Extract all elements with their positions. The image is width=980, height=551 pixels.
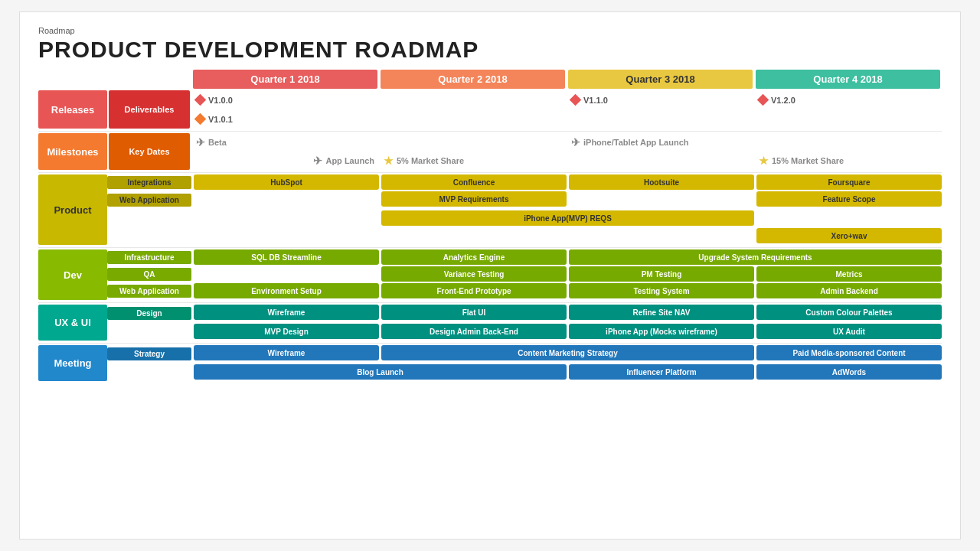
bar-pm-test: PM Testing [569,266,754,282]
divider-3 [38,247,942,248]
dev-label: Dev [38,249,107,300]
product-section: Product Integrations HubSpot Confluence … [38,174,942,245]
milestones-section: Milestones Key Dates ✈ Beta ✈ iPhone/Tab… [38,133,942,170]
design-row2: Design MVP Design Design Admin Back-End … [107,324,942,339]
slide: Roadmap PRODUCT DEVELOPMENT ROADMAP Quar… [19,11,961,540]
milestone-q2-r1 [379,133,567,152]
divider-2 [38,172,942,173]
design-row1: Design Wireframe Flat UI Refine Site NAV… [107,305,942,322]
bar-confluence: Confluence [381,174,567,190]
quarter-2-header: Quarter 2 2018 [381,70,565,89]
plane-icon-3: ✈ [313,155,322,167]
bar-sql: SQL DB Streamline [194,249,379,265]
bar-mvp-design: MVP Design [194,324,379,339]
releases-label: Releases [38,90,107,129]
bar-flat-ui: Flat UI [381,305,567,320]
uxui-section: UX & UI Design Wireframe Flat UI Refine … [38,305,942,341]
product-webapp-row1: Web Application MVP Requirements Feature… [107,191,942,209]
release-v120: V1.2.0 [754,90,942,109]
diamond-v101 [194,113,207,126]
strategy-row1: Strategy Wireframe Content Marketing Str… [107,345,942,363]
bar-testing-sys: Testing System [569,283,754,298]
release-v101: V1.0.1 [191,109,379,129]
keydates-label: Key Dates [109,133,190,170]
bar-blog-launch: Blog Launch [194,364,567,380]
plane-icon-2: ✈ [571,136,580,148]
bar-wireframe-ux: Wireframe [194,305,379,320]
meeting-label: Meeting [38,345,107,381]
bar-frontend: Front-End Prototype [381,283,567,298]
deliverables-label: Deliverables [109,90,190,129]
diamond-v110 [570,94,582,106]
bar-iphone-mocks: iPhone App (Mocks wireframe) [569,324,754,339]
bar-foursquare: Foursquare [756,174,942,190]
release-row2-q3 [567,109,754,129]
infra-label: Infrastructure [107,251,191,264]
meeting-section: Meeting Strategy Wireframe Content Marke… [38,345,942,381]
diamond-v100 [194,94,207,106]
bar-metrics: Metrics [756,266,942,282]
bar-adwords: AdWords [756,364,942,380]
bar-influencer: Influencer Platform [569,364,754,380]
qa-label: QA [107,268,191,281]
release-v110: V1.1.0 [567,90,754,109]
strategy-label: Strategy [107,347,191,360]
bar-ux-audit: UX Audit [756,324,942,339]
release-q2-r1 [379,90,567,109]
milestones-label: Milestones [38,133,107,170]
milestone-iphone-launch: ✈ iPhone/Tablet App Launch [567,133,754,152]
milestone-q3-r2 [567,152,754,170]
bar-upgrade-sys: Upgrade System Requirements [569,249,942,265]
star-icon-2: ★ [759,155,769,167]
quarter-3-header: Quarter 3 2018 [568,70,753,89]
release-row2-q4 [754,109,942,129]
quarter-4-header: Quarter 4 2018 [756,70,940,89]
quarter-1-header: Quarter 1 2018 [193,70,377,89]
diamond-v120 [757,94,769,106]
plane-icon-1: ✈ [196,136,205,148]
webapp-label: Web Application [107,194,191,207]
bar-content-mkt: Content Marketing Strategy [381,345,754,360]
bar-mvp-req: MVP Requirements [381,191,567,207]
milestone-5pct: ★ 5% Market Share [379,152,567,170]
bar-feature-scope: Feature Scope [756,191,942,207]
divider-1 [38,131,942,132]
bar-design-admin: Design Admin Back-End [381,324,567,339]
divider-5 [38,343,942,344]
star-icon-1: ★ [384,155,394,167]
dev-section: Dev Infrastructure SQL DB Streamline Ana… [38,249,942,300]
releases-section: Releases Deliverables V1.0.0 V1.1.0 V1.2… [38,90,942,129]
dev-qa-row: QA Variance Testing PM Testing Metrics [107,266,942,282]
integrations-label: Integrations [107,176,191,189]
dev-webapp-label: Web Application [107,285,191,298]
bar-admin-backend: Admin Backend [756,283,942,298]
uxui-label: UX & UI [38,305,107,341]
quarter-headers: Quarter 1 2018 Quarter 2 2018 Quarter 3 … [38,70,942,89]
design-label: Design [107,307,191,320]
strategy-row2: Strategy Blog Launch Influencer Platform… [107,364,942,380]
dev-webapp-row: Web Application Environment Setup Front-… [107,283,942,298]
bar-variance: Variance Testing [381,266,567,282]
bar-analytics: Analytics Engine [381,249,567,265]
subtitle: Roadmap [38,26,942,35]
release-v100: V1.0.0 [191,90,379,109]
bar-refine-nav: Refine Site NAV [569,305,754,320]
milestone-q4-r1 [754,133,942,152]
bar-xerowav: Xero+wav [756,228,942,243]
milestone-15pct: ★ 15% Market Share [754,152,942,170]
bar-hootsuite: Hootsuite [569,174,754,190]
release-row2-q2 [379,109,567,129]
product-webapp-row2: Web Application iPhone App(MVP) REQS Xer… [107,210,942,243]
product-integrations-row: Integrations HubSpot Confluence Hootsuit… [107,174,942,190]
product-label: Product [38,174,107,245]
divider-4 [38,302,942,303]
bar-iphone-mvp: iPhone App(MVP) REQS [381,210,754,226]
dev-infra-row: Infrastructure SQL DB Streamline Analyti… [107,249,942,265]
bar-hubspot: HubSpot [194,174,379,190]
bar-wireframe-mtg: Wireframe [194,345,379,360]
milestone-beta: ✈ Beta [191,133,379,152]
milestone-app-launch: ✈ App Launch [191,152,379,170]
bar-env-setup: Environment Setup [194,283,379,298]
main-title: PRODUCT DEVELOPMENT ROADMAP [38,37,942,62]
bar-custom-colour: Custom Colour Palettes [756,305,942,320]
